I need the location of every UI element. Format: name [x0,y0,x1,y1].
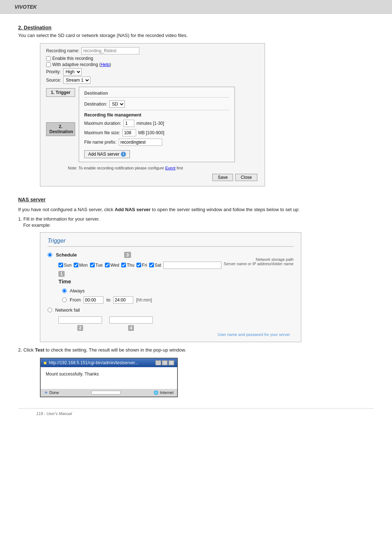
popup-win-buttons: _ □ ✕ [155,360,174,365]
nas-desc-part2: to open the server setting window and fo… [152,207,300,212]
nas-section: NAS server If you have not configured a … [18,197,374,397]
destination-row: Destination: SD [84,100,229,108]
top-bar: VIVOTEK [0,0,392,14]
priority-label: Priority: [46,69,61,74]
max-duration-row: Maximum duration: minutes [1-30] [84,120,229,127]
priority-row: Priority: High [46,68,259,75]
close-win-button[interactable]: ✕ [168,360,174,365]
time-heading: Time [58,278,294,284]
done-label: Done [49,390,59,395]
popup-titlebar: ■ http://192.168.5.151/cgi-bin/admin/tes… [41,358,177,367]
note-text2: first [176,166,183,170]
internet-icon: 🌐 [154,390,159,395]
time-section: Time Always From to [hh:mm] [58,278,294,304]
step2-label2: to check the setting. The result will be… [46,347,186,353]
max-duration-input[interactable] [123,120,134,127]
name-row: Recording name: [46,47,259,54]
from-input[interactable] [83,296,103,304]
nas-desc-bold: Add NAS server [115,207,151,212]
day-fri: Fri [136,263,147,268]
name-label: Recording name: [46,48,79,53]
dialog-buttons: Save Close [46,174,259,181]
max-filesize-row: Maximum file size: MB [100-900] [84,129,229,136]
day-sun-checkbox[interactable] [58,263,63,267]
callout-4: 4 [128,325,134,331]
mini-progress-bar [91,391,121,394]
popup-icon: ■ [44,360,46,366]
info-icon: i [121,152,126,157]
popup-window: ■ http://192.168.5.151/cgi-bin/admin/tes… [40,358,178,397]
userpass-annotation: User name and password for your server [48,332,290,337]
adaptive-checkbox[interactable] [46,62,51,67]
always-row: Always [62,288,294,294]
steps-dest-layout: 1. Trigger 2. Destination Destination De… [46,87,259,162]
destination-section: 2. Destination You can select the SD car… [18,25,374,186]
trigger-panel: Trigger Schedule 3 Network storage path … [40,232,301,342]
nas-description: If you have not configured a NAS server,… [18,206,374,213]
password-input[interactable] [109,316,153,324]
internet-status: 🌐 Internet [154,390,173,395]
to-input[interactable] [113,296,133,304]
destination-select[interactable]: SD [109,100,125,108]
enable-checkbox[interactable] [46,56,51,61]
save-button[interactable]: Save [212,174,233,181]
schedule-label: Schedule [56,252,77,258]
nas-path-annotation: Network storage path Server name or IP a… [224,257,294,266]
adaptive-label: With adaptive recording (Help) [52,62,111,67]
day-wed-checkbox[interactable] [105,263,110,267]
schedule-radio[interactable] [48,253,52,257]
source-select[interactable]: Stream 1 [63,77,90,84]
username-input[interactable] [58,316,102,324]
day-tue-checkbox[interactable] [90,263,95,267]
add-nas-button[interactable]: Add NAS server i [84,150,130,158]
day-thu: Thu [121,263,134,268]
max-duration-label: Maximum duration: [84,121,121,126]
main-content: 2. Destination You can select the SD car… [0,14,392,433]
rfm-title: Recording file management [84,112,229,118]
from-radio[interactable] [62,297,67,302]
destination-panel: Destination Destination: SD Recording fi… [79,87,235,162]
priority-select[interactable]: High [63,68,82,75]
popup-title-url: http://192.168.5.151/cgi-bin/admin/tests… [49,360,138,365]
note-line: Note: To enable recording notification p… [68,166,259,170]
filename-prefix-input[interactable] [119,139,162,146]
callout-1: 1 [58,271,65,277]
from-label: From [70,297,81,303]
event-link[interactable]: Event [165,166,175,170]
max-filesize-input[interactable] [122,129,136,136]
nas-path-input[interactable] [163,262,221,269]
trigger-title: Trigger [48,238,294,247]
page-footer: 118 - User's Manual [18,408,374,419]
destination-label: Destination: [84,102,107,107]
day-mon: Mon [74,263,87,268]
day-mon-checkbox[interactable] [74,263,78,267]
step1-badge: 1. Trigger [46,88,75,97]
steps-column: 1. Trigger 2. Destination [46,87,75,136]
from-to-row: From to [hh:mm] [62,296,294,304]
nas-desc-part1: If you have not configured a NAS server,… [18,207,115,212]
day-fri-checkbox[interactable] [136,263,141,267]
footer-text: 118 - User's Manual [36,411,72,416]
enable-row: Enable this recording [46,56,259,61]
network-fail-radio[interactable] [48,308,52,312]
close-button[interactable]: Close [235,174,257,181]
page-wrapper: VIVOTEK 2. Destination You can select th… [0,0,392,554]
step2-label: 2. Click [18,347,35,353]
test-bold: Test [35,347,44,353]
day-thu-checkbox[interactable] [121,263,126,267]
enable-label: Enable this recording [52,56,93,61]
always-radio[interactable] [62,288,67,293]
recording-name-input[interactable] [81,47,139,54]
popup-content: Mount successfully. Thanks [41,367,177,389]
filename-prefix-row: File name prefix: [84,139,229,146]
max-filesize-label: Maximum file size: [84,130,120,135]
minimize-button[interactable]: _ [155,360,161,365]
day-sat-checkbox[interactable] [149,263,154,267]
nas-step1-sub: For example: [23,222,374,228]
note-text: Note: To enable recording notification p… [68,166,165,170]
nas-path-hint: Server name or IP address\folder name [224,262,294,266]
add-nas-label: Add NAS server [88,152,119,157]
restore-button[interactable]: □ [162,360,168,365]
help-link[interactable]: Help [101,62,110,67]
source-label: Source: [46,78,61,83]
